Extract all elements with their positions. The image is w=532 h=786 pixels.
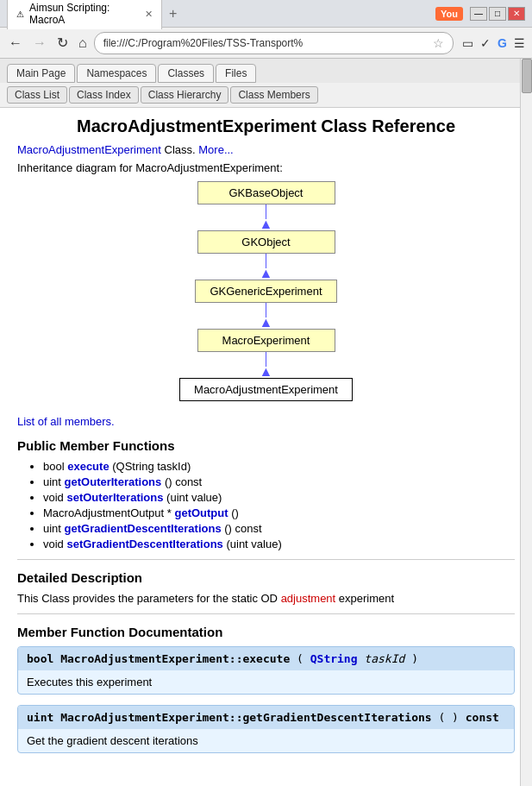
scrollbar[interactable] (520, 59, 532, 786)
divider-2 (17, 613, 515, 614)
func-desc-getgradient: Get the gradient descent iterations (27, 734, 198, 747)
list-item: bool execute (QString taskId) (43, 460, 515, 473)
subtab-class-list[interactable]: Class List (7, 86, 67, 104)
bookmark-star-icon: ☆ (433, 36, 444, 50)
func-desc-execute: Executes this experiment (27, 676, 152, 689)
func-doc-body-getgradient: Get the gradient descent iterations (18, 729, 514, 752)
scrollbar-thumb[interactable] (522, 59, 532, 93)
address-text: file:///C:/Program%20Files/TSS-Transport… (103, 37, 429, 49)
class-name-link[interactable]: MacroAdjustmentExperiment (17, 143, 161, 156)
new-tab-button[interactable]: + (166, 6, 180, 22)
subtab-class-members[interactable]: Class Members (230, 86, 317, 104)
subtab-class-hierarchy[interactable]: Class Hierarchy (141, 86, 229, 104)
tab-title: Aimsun Scripting: MacroA (29, 2, 136, 26)
diagram-arrow-3: ▲ (260, 303, 273, 329)
tab-namespaces[interactable]: Namespaces (77, 64, 156, 83)
diagram-box-gkobject: GKObject (197, 230, 335, 254)
nav-tabs: Main Page Namespaces Classes Files (0, 59, 532, 83)
tab-files[interactable]: Files (216, 64, 256, 83)
subtab-class-index[interactable]: Class Index (69, 86, 139, 104)
back-button[interactable]: ← (5, 34, 26, 53)
reload-button[interactable]: ↻ (53, 33, 72, 53)
func-doc-header-execute: bool MacroAdjustmentExperiment::execute … (18, 647, 514, 670)
inheritance-diagram: GKBaseObject ▲ GKObject ▲ GKGenericExper… (146, 181, 387, 401)
sub-tabs: Class List Class Index Class Hierarchy C… (0, 83, 532, 108)
func-doc-body-execute: Executes this experiment (18, 670, 514, 694)
all-members-link[interactable]: List of all members. (17, 415, 515, 428)
tab-favicon: ⚠ (16, 9, 24, 19)
func-doc-execute: bool MacroAdjustmentExperiment::execute … (17, 646, 515, 695)
page-content: Main Page Namespaces Classes Files Class… (0, 59, 532, 786)
tab-main-page[interactable]: Main Page (7, 64, 75, 83)
diagram-box-gkgenericexperiment: GKGenericExperiment (195, 280, 336, 303)
menu-button[interactable]: ☰ (512, 35, 527, 52)
list-item: uint getOuterIterations () const (43, 475, 515, 488)
diagram-arrow-2: ▲ (260, 254, 273, 280)
public-members-title: Public Member Functions (17, 438, 515, 453)
minimize-button[interactable]: — (470, 7, 487, 21)
inheritance-label: Inheritance diagram for MacroAdjustmentE… (17, 161, 515, 174)
more-link[interactable]: More... (198, 143, 233, 156)
close-button[interactable]: ✕ (508, 7, 525, 21)
toolbar-icons: ▭ ✓ G ☰ (460, 35, 527, 52)
diagram-box-current: MacroAdjustmentExperiment (179, 378, 353, 401)
browser-titlebar: ⚠ Aimsun Scripting: MacroA ✕ + You — □ ✕ (0, 0, 532, 28)
browser-toolbar: ← → ↻ ⌂ file:///C:/Program%20Files/TSS-T… (0, 28, 532, 59)
class-suffix: Class. (165, 143, 196, 156)
list-item: MacroAdjustmentOutput * getOutput () (43, 506, 515, 519)
doc-content: MacroAdjustmentExperiment Class Referenc… (0, 108, 532, 772)
desc-after: experiment (335, 592, 394, 605)
forward-button[interactable]: → (29, 34, 50, 53)
all-members-anchor[interactable]: List of all members. (17, 415, 115, 428)
diagram-box-gkbaseobject: GKBaseObject (197, 181, 335, 204)
address-bar[interactable]: file:///C:/Program%20Files/TSS-Transport… (94, 32, 454, 54)
you-badge: You (435, 7, 463, 21)
diagram-box-macroexperiment: MacroExperiment (197, 329, 335, 352)
func-return-type-2: uint (27, 711, 60, 724)
member-func-doc-title: Member Function Documentation (17, 625, 515, 639)
maximize-button[interactable]: □ (489, 7, 506, 21)
func-doc-getgradient: uint MacroAdjustmentExperiment::getGradi… (17, 705, 515, 753)
tab-classes[interactable]: Classes (158, 64, 214, 83)
member-list: bool execute (QString taskId) uint getOu… (17, 460, 515, 550)
desc-before: This Class provides the parameters for t… (17, 592, 281, 605)
class-summary: MacroAdjustmentExperiment Class. More... (17, 143, 515, 156)
window-controls: — □ ✕ (470, 7, 525, 21)
detailed-description: This Class provides the parameters for t… (17, 592, 515, 605)
diagram-arrow-1: ▲ (260, 204, 273, 230)
desc-highlight: adjustment (281, 592, 336, 605)
divider (17, 559, 515, 560)
cast-button[interactable]: ▭ (460, 35, 475, 52)
func-doc-header-getgradient: uint MacroAdjustmentExperiment::getGradi… (18, 706, 514, 729)
list-item: void setOuterIterations (uint value) (43, 491, 515, 504)
list-item: void setGradientDescentIterations (uint … (43, 538, 515, 550)
list-item: uint getGradientDescentIterations () con… (43, 522, 515, 535)
diagram-arrow-4: ▲ (260, 352, 273, 378)
detailed-desc-title: Detailed Description (17, 570, 515, 585)
tab-close-button[interactable]: ✕ (145, 9, 153, 20)
google-button[interactable]: G (496, 35, 509, 52)
func-return-type: bool (27, 652, 60, 665)
home-button[interactable]: ⌂ (75, 34, 91, 53)
browser-tab[interactable]: ⚠ Aimsun Scripting: MacroA ✕ (7, 0, 162, 29)
extension-button[interactable]: ✓ (479, 35, 492, 52)
page-title: MacroAdjustmentExperiment Class Referenc… (17, 116, 515, 136)
